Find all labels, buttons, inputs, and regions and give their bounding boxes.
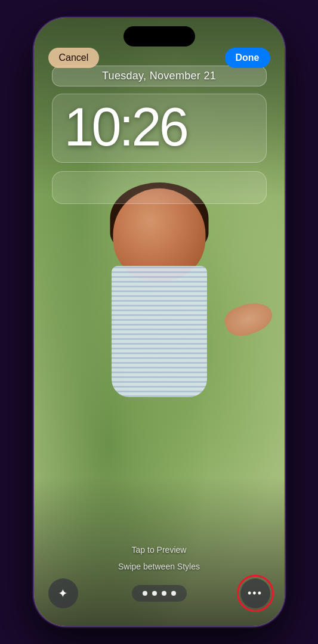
page-dot-1 — [143, 591, 147, 596]
page-dot-3 — [162, 591, 166, 596]
child-figure — [82, 188, 237, 522]
add-widget-icon: ✦ — [58, 586, 68, 600]
cancel-button[interactable]: Cancel — [48, 48, 100, 68]
page-dot-2 — [152, 591, 157, 596]
swipe-styles-label: Swipe between Styles — [118, 562, 200, 571]
page-dots — [132, 585, 187, 602]
bottom-controls: Tap to Preview Swipe between Styles ✦ — [34, 545, 285, 608]
phone-frame: Cancel Done Tuesday, November 21 10:26 T… — [34, 18, 285, 626]
bottom-row: ✦ ••• — [34, 578, 285, 608]
done-button[interactable]: Done — [225, 48, 270, 68]
dynamic-island — [124, 26, 195, 47]
lockscreen-content: Tuesday, November 21 10:26 — [34, 66, 285, 204]
time-container: 10:26 — [52, 94, 267, 163]
time-display: 10:26 — [64, 97, 187, 157]
screen: Cancel Done Tuesday, November 21 10:26 T… — [34, 18, 285, 626]
add-widget-button[interactable]: ✦ — [48, 578, 78, 608]
tap-to-preview-label: Tap to Preview — [132, 545, 187, 555]
widget-area[interactable] — [52, 171, 267, 204]
more-button-wrapper: ••• — [240, 578, 270, 608]
page-dot-4 — [171, 591, 176, 596]
child-body — [112, 266, 207, 397]
more-button-ring — [237, 575, 274, 612]
